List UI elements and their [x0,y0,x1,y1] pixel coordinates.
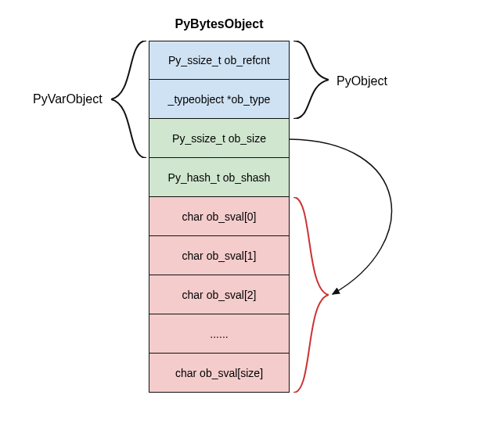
field-ob-sval-size: char ob_sval[size] [149,354,290,393]
field-ob-sval-2: char ob_sval[2] [149,275,290,314]
struct-stack: Py_ssize_t ob_refcnt _typeobject *ob_typ… [149,41,290,393]
diagram-title: PyBytesObject [149,17,290,31]
brace-pyvarobject-icon [111,41,146,158]
pyvarobject-label: PyVarObject [33,92,103,106]
field-ob-shash: Py_hash_t ob_shash [149,158,290,197]
field-ob-sval-1: char ob_sval[1] [149,236,290,275]
field-ob-sval-0: char ob_sval[0] [149,197,290,236]
brace-pyobject-icon [293,41,329,119]
pyobject-label: PyObject [337,74,387,88]
field-ob-refcnt: Py_ssize_t ob_refcnt [149,41,290,80]
diagram-canvas: { "title": "PyBytesObject", "groups": { … [0,0,504,438]
brace-obsval-icon [293,197,329,393]
field-ob-sval-ellipsis: ...... [149,314,290,354]
field-ob-size: Py_ssize_t ob_size [149,119,290,158]
field-ob-type: _typeobject *ob_type [149,80,290,119]
